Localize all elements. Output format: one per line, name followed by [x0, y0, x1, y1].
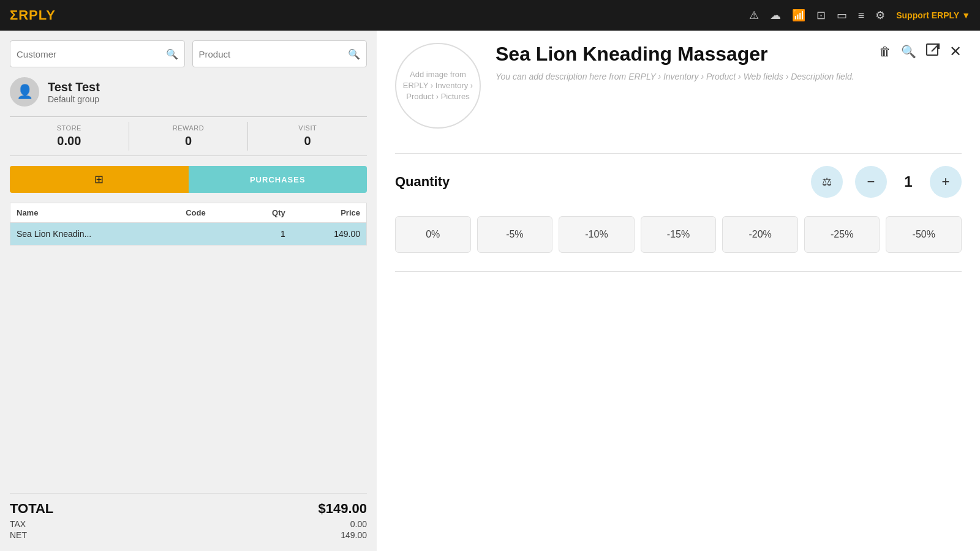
- customer-group: Default group: [48, 94, 100, 104]
- display-icon[interactable]: ▭: [837, 9, 847, 22]
- search-product-icon[interactable]: 🔍: [901, 44, 916, 59]
- customer-info: 👤 Test Test Default group: [10, 77, 367, 107]
- net-label: NET: [10, 530, 27, 540]
- discount-25-label: -25%: [831, 229, 853, 239]
- customer-details: Test Test Default group: [48, 80, 100, 104]
- delete-icon[interactable]: 🗑: [879, 45, 891, 59]
- total-row: TOTAL $149.00: [10, 501, 367, 517]
- stat-reward-label: REWARD: [134, 124, 243, 132]
- product-description: You can add description here from ERPLY …: [496, 72, 962, 81]
- list-button[interactable]: ⊞: [10, 166, 189, 193]
- top-navigation: ΣRPLY ⚠ ☁ 📶 ⊡ ▭ ≡ ⚙ Support ERPLY ▼: [0, 0, 980, 31]
- scale-button[interactable]: ⚖: [811, 166, 843, 198]
- product-image-text: Add image from ERPLY › Inventory › Produ…: [396, 69, 480, 103]
- tax-row: TAX 0.00: [10, 519, 367, 529]
- cart-item-name: Sea Lion Kneadin...: [10, 223, 180, 246]
- product-header: Add image from ERPLY › Inventory › Produ…: [395, 43, 962, 129]
- close-icon[interactable]: ✕: [949, 43, 962, 60]
- customer-search-icon: 🔍: [166, 48, 178, 60]
- stat-reward-value: 0: [134, 134, 243, 148]
- divider: [395, 153, 962, 154]
- section-divider: [395, 271, 962, 272]
- discount-row: 0% -5% -10% -15% -20% -25% -50%: [395, 216, 962, 253]
- discount-10-button[interactable]: -10%: [559, 216, 635, 253]
- avatar: 👤: [10, 77, 39, 107]
- product-search-icon: 🔍: [348, 48, 360, 60]
- main-layout: 🔍 🔍 👤 Test Test Default group STORE 0.00…: [0, 31, 980, 551]
- table-row[interactable]: Sea Lion Kneadin... 1 149.00: [10, 223, 367, 246]
- discount-50-label: -50%: [913, 229, 935, 239]
- tax-value: 0.00: [350, 519, 367, 529]
- product-image: Add image from ERPLY › Inventory › Produ…: [395, 43, 481, 129]
- list-icon: ⊞: [94, 173, 104, 186]
- quantity-section: Quantity ⚖ − 1 +: [395, 166, 962, 198]
- settings-icon[interactable]: ⚙: [875, 9, 885, 22]
- product-actions: 🗑 🔍 ✕: [879, 43, 962, 60]
- col-qty: Qty: [242, 203, 292, 223]
- product-search-input[interactable]: [199, 49, 349, 59]
- col-name: Name: [10, 203, 180, 223]
- app-logo: ΣRPLY: [10, 7, 56, 23]
- cart-table: Name Code Qty Price Sea Lion Kneadin... …: [10, 203, 367, 246]
- discount-15-label: -15%: [667, 229, 690, 239]
- quantity-label: Quantity: [395, 174, 799, 190]
- discount-25-button[interactable]: -25%: [804, 216, 880, 253]
- discount-0-button[interactable]: 0%: [395, 216, 471, 253]
- stat-reward: REWARD 0: [129, 122, 249, 151]
- action-row: ⊞ PURCHASES: [10, 166, 367, 193]
- signal-icon[interactable]: 📶: [792, 9, 805, 22]
- total-value: $149.00: [318, 501, 367, 517]
- support-chevron-icon: ▼: [962, 10, 970, 20]
- logo-sigma: Σ: [10, 7, 18, 23]
- right-panel: 🗑 🔍 ✕ Add image from ERPLY › Inventory ›…: [377, 31, 980, 551]
- discount-20-label: -20%: [748, 229, 771, 239]
- stat-visit-label: VISIT: [253, 124, 362, 132]
- support-label: Support ERPLY: [896, 10, 959, 20]
- discount-15-button[interactable]: -15%: [641, 216, 717, 253]
- minus-icon: −: [867, 174, 875, 190]
- support-button[interactable]: Support ERPLY ▼: [896, 10, 970, 20]
- quantity-increase-button[interactable]: +: [930, 166, 962, 198]
- total-section: TOTAL $149.00 TAX 0.00 NET 149.00: [10, 493, 367, 541]
- total-label: TOTAL: [10, 501, 53, 517]
- product-search-box[interactable]: 🔍: [192, 40, 368, 67]
- svg-rect-0: [927, 44, 938, 55]
- discount-5-label: -5%: [506, 229, 523, 239]
- quantity-decrease-button[interactable]: −: [855, 166, 887, 198]
- stat-store-label: STORE: [15, 124, 124, 132]
- search-row: 🔍 🔍: [10, 40, 367, 67]
- customer-search-box[interactable]: 🔍: [10, 40, 185, 67]
- tax-label: TAX: [10, 519, 26, 529]
- customer-name: Test Test: [48, 80, 100, 94]
- stat-store-value: 0.00: [15, 134, 124, 148]
- discount-50-button[interactable]: -50%: [886, 216, 962, 253]
- screen-icon[interactable]: ⊡: [816, 9, 826, 22]
- stats-row: STORE 0.00 REWARD 0 VISIT 0: [10, 116, 367, 156]
- discount-20-button[interactable]: -20%: [722, 216, 798, 253]
- stat-store: STORE 0.00: [10, 122, 129, 151]
- link-icon[interactable]: [926, 43, 940, 60]
- net-row: NET 149.00: [10, 530, 367, 540]
- discount-0-label: 0%: [426, 229, 440, 239]
- discount-5-button[interactable]: -5%: [477, 216, 553, 253]
- col-price: Price: [292, 203, 367, 223]
- alert-icon[interactable]: ⚠: [749, 9, 759, 22]
- cart-item-code: [179, 223, 242, 246]
- cloud-icon[interactable]: ☁: [770, 9, 781, 22]
- purchases-label: PURCHASES: [250, 175, 306, 184]
- purchases-button[interactable]: PURCHASES: [189, 166, 368, 193]
- col-code: Code: [179, 203, 242, 223]
- discount-10-label: -10%: [585, 229, 608, 239]
- cart-item-price: 149.00: [292, 223, 367, 246]
- cart-item-qty: 1: [242, 223, 292, 246]
- net-value: 149.00: [341, 530, 367, 540]
- topnav-right-icons: ⚠ ☁ 📶 ⊡ ▭ ≡ ⚙ Support ERPLY ▼: [749, 9, 970, 22]
- menu-icon[interactable]: ≡: [858, 9, 865, 22]
- plus-icon: +: [942, 174, 950, 190]
- stat-visit-value: 0: [253, 134, 362, 148]
- customer-search-input[interactable]: [17, 49, 166, 59]
- quantity-value: 1: [899, 173, 918, 190]
- scale-icon: ⚖: [822, 175, 832, 189]
- left-panel: 🔍 🔍 👤 Test Test Default group STORE 0.00…: [0, 31, 377, 551]
- stat-visit: VISIT 0: [248, 122, 367, 151]
